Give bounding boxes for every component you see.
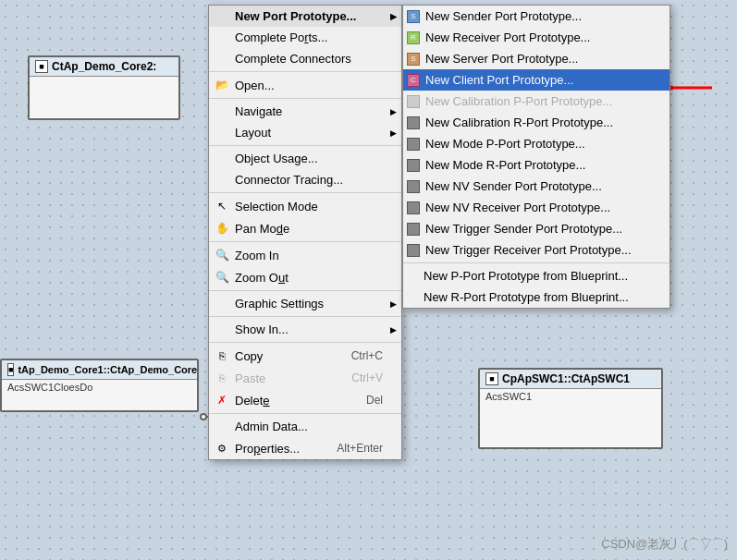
open-icon: 📂 (215, 78, 229, 92)
submenu-arrow-new-port: ▶ (390, 12, 397, 21)
server-port-icon: S (407, 53, 420, 66)
new-calibration-p-label: New Calibration P-Port Prototype... (425, 94, 612, 108)
menu-item-complete-ports[interactable]: Complete Ports... (209, 27, 401, 48)
menu-item-layout[interactable]: Layout ▶ (209, 122, 401, 143)
component-left-title: CtAp_Demo_Core2: (52, 60, 156, 73)
menu-item-show-in[interactable]: Show In... ▶ (209, 319, 401, 340)
menu-item-connector-tracing[interactable]: Connector Tracing... (209, 169, 401, 190)
separator-3 (209, 145, 401, 146)
pan-mode-label: Pan Mode (235, 222, 289, 236)
submenu-item-new-server[interactable]: S New Server Port Prototype... (403, 48, 669, 69)
component-right-port: AcsSWC1 (480, 389, 661, 404)
paste-shortcut: Ctrl+V (351, 371, 383, 384)
submenu-item-new-trigger-receiver[interactable]: New Trigger Receiver Port Prototype... (403, 239, 669, 261)
new-receiver-label: New Receiver Port Prototype... (425, 30, 590, 44)
component-bottom-left-port: AcsSWC1CloesDo (2, 380, 197, 395)
zoom-out-label: Zoom Out (235, 271, 289, 285)
menu-item-navigate[interactable]: Navigate ▶ (209, 101, 401, 122)
trigger-sender-icon (407, 223, 420, 236)
submenu-item-new-nv-sender[interactable]: New NV Sender Port Prototype... (403, 176, 669, 197)
separator-right-1 (403, 262, 669, 263)
new-client-label: New Client Port Prototype... (425, 73, 573, 87)
menu-item-copy[interactable]: ⎘ Copy Ctrl+C (209, 345, 401, 367)
component-bottom-left-header: ■ tAp_Demo_Core1::CtAp_Demo_Core (2, 360, 197, 380)
submenu-item-new-calibration-r[interactable]: New Calibration R-Port Prototype... (403, 112, 669, 133)
separator-2 (209, 98, 401, 99)
menu-item-properties[interactable]: ⚙ Properties... Alt+Enter (209, 437, 401, 459)
submenu-arrow-show-in: ▶ (390, 325, 397, 335)
delete-shortcut: Del (366, 394, 383, 407)
new-mode-p-label: New Mode P-Port Prototype... (425, 137, 585, 151)
new-nv-receiver-label: New NV Receiver Port Prototype... (425, 201, 610, 214)
submenu-item-new-sender[interactable]: S New Sender Port Prototype... (403, 6, 669, 27)
component-left[interactable]: ■ CtAp_Demo_Core2: (28, 55, 180, 120)
delete-icon: ✗ (215, 393, 229, 408)
submenu-item-new-trigger-sender[interactable]: New Trigger Sender Port Prototype... (403, 218, 669, 239)
separator-8 (209, 342, 401, 343)
new-nv-sender-label: New NV Sender Port Prototype... (425, 179, 602, 193)
separator-1 (209, 71, 401, 72)
properties-label: Properties... (235, 442, 300, 456)
new-mode-r-label: New Mode R-Port Prototype... (425, 158, 585, 172)
submenu-item-new-nv-receiver[interactable]: New NV Receiver Port Prototype... (403, 197, 669, 218)
admin-data-label: Admin Data... (235, 420, 308, 433)
zoom-in-label: Zoom In (235, 249, 279, 262)
context-menu-left[interactable]: New Port Prototype... ▶ Complete Ports..… (208, 5, 402, 460)
mode-r-icon (407, 159, 420, 172)
component-bottom-left[interactable]: ■ tAp_Demo_Core1::CtAp_Demo_Core AcsSWC1… (0, 359, 199, 412)
submenu-item-new-calibration-p[interactable]: New Calibration P-Port Prototype... (403, 91, 669, 112)
submenu-item-new-r-blueprint[interactable]: New R-Port Prototype from Blueprint... (403, 286, 669, 308)
component-right-title: CpApSWC1::CtApSWC1 (502, 372, 630, 385)
copy-shortcut: Ctrl+C (351, 349, 383, 362)
nv-sender-icon (407, 180, 420, 193)
pan-mode-icon: ✋ (215, 221, 229, 236)
menu-item-delete[interactable]: ✗ Delete Del (209, 389, 401, 411)
submenu-item-new-mode-r[interactable]: New Mode R-Port Prototype... (403, 154, 669, 176)
trigger-receiver-icon (407, 244, 420, 257)
separator-6 (209, 290, 401, 291)
menu-item-object-usage[interactable]: Object Usage... (209, 148, 401, 169)
component-bottom-left-icon: ■ (7, 363, 14, 376)
complete-ports-label: Complete Ports... (235, 30, 327, 44)
menu-item-admin-data[interactable]: Admin Data... (209, 416, 401, 437)
sender-port-icon: S (407, 10, 420, 23)
object-usage-label: Object Usage... (235, 152, 318, 165)
menu-item-graphic-settings[interactable]: Graphic Settings ▶ (209, 293, 401, 314)
nv-receiver-icon (407, 201, 420, 214)
menu-item-zoom-out[interactable]: 🔍 Zoom Out (209, 266, 401, 288)
new-port-prototype-label: New Port Prototype... (235, 9, 356, 23)
open-label: Open... (235, 79, 275, 92)
component-right[interactable]: ■ CpApSWC1::CtApSWC1 AcsSWC1 (478, 368, 663, 449)
menu-item-new-port-prototype[interactable]: New Port Prototype... ▶ (209, 6, 401, 27)
menu-item-zoom-in[interactable]: 🔍 Zoom In (209, 244, 401, 266)
calibration-p-icon (407, 95, 420, 108)
menu-item-open[interactable]: 📂 Open... (209, 74, 401, 96)
component-right-icon: ■ (485, 372, 498, 385)
submenu-item-new-p-blueprint[interactable]: New P-Port Prototype from Blueprint... (403, 265, 669, 286)
copy-icon: ⎘ (215, 348, 229, 363)
client-port-icon: C (407, 74, 420, 87)
menu-item-pan-mode[interactable]: ✋ Pan Mode (209, 217, 401, 239)
properties-icon: ⚙ (215, 441, 229, 456)
submenu-item-new-receiver[interactable]: R New Receiver Port Prototype... (403, 27, 669, 48)
new-calibration-r-label: New Calibration R-Port Prototype... (425, 116, 613, 129)
submenu-arrow-layout: ▶ (390, 128, 397, 138)
separator-4 (209, 192, 401, 193)
component-left-icon: ■ (35, 60, 48, 73)
submenu-arrow-graphic: ▶ (390, 299, 397, 309)
menu-item-selection-mode[interactable]: ↖ Selection Mode (209, 195, 401, 217)
component-right-header: ■ CpApSWC1::CtApSWC1 (480, 370, 661, 389)
menu-item-paste[interactable]: ⎘ Paste Ctrl+V (209, 367, 401, 389)
zoom-in-icon: 🔍 (215, 248, 229, 262)
component-left-header: ■ CtAp_Demo_Core2: (30, 57, 178, 77)
submenu-arrow-navigate: ▶ (390, 107, 397, 116)
complete-connectors-label: Complete Connectors (235, 52, 351, 66)
new-sender-label: New Sender Port Prototype... (425, 9, 582, 23)
submenu-item-new-client[interactable]: C New Client Port Prototype... (403, 69, 669, 91)
new-trigger-receiver-label: New Trigger Receiver Port Prototype... (425, 243, 632, 257)
menu-item-complete-connectors[interactable]: Complete Connectors (209, 48, 401, 69)
submenu-item-new-mode-p[interactable]: New Mode P-Port Prototype... (403, 133, 669, 154)
component-bottom-left-title: tAp_Demo_Core1::CtAp_Demo_Core (18, 364, 197, 375)
paste-label: Paste (235, 371, 265, 385)
context-menu-right[interactable]: S New Sender Port Prototype... R New Rec… (402, 5, 670, 309)
